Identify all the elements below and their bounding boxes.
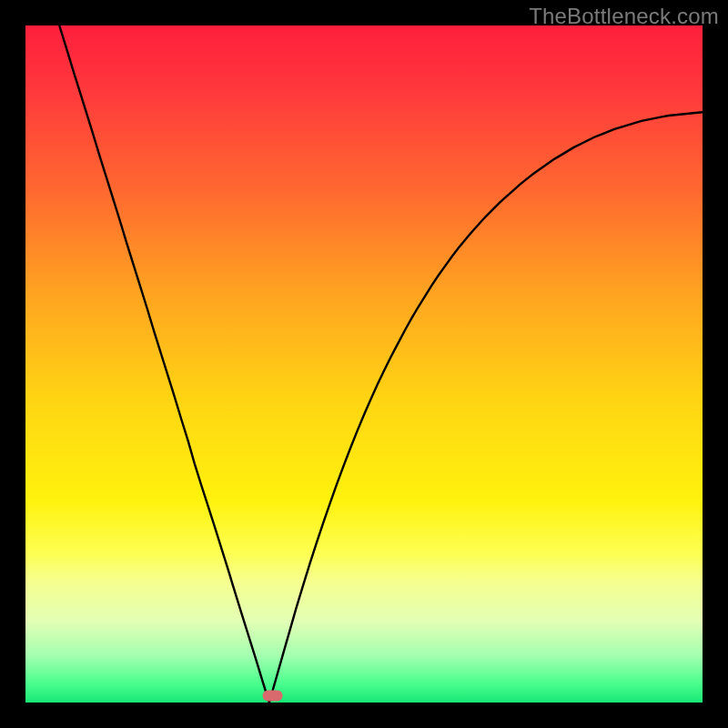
optimal-marker	[263, 691, 283, 702]
chart-background	[25, 25, 703, 703]
bottleneck-chart	[25, 25, 703, 703]
chart-frame	[25, 25, 703, 703]
